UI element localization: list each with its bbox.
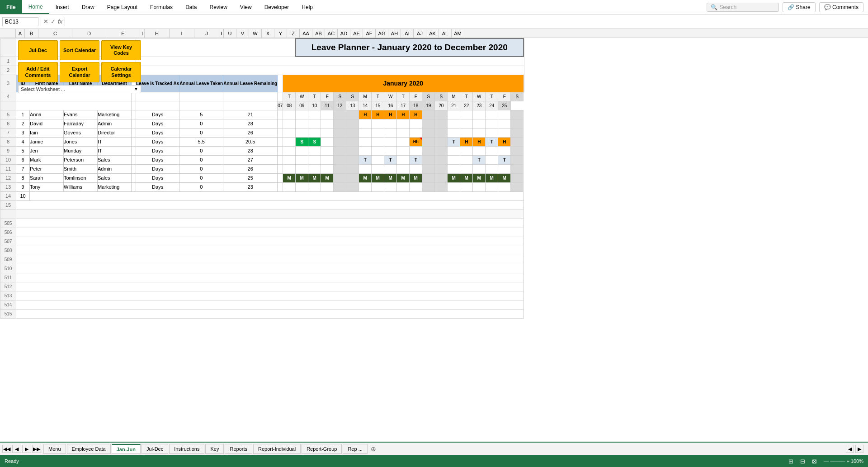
tab-last-button[interactable]: ▶▶	[32, 445, 41, 453]
col-header-w: W	[249, 29, 262, 38]
search-icon: 🔍	[711, 4, 717, 10]
export-calendar-button[interactable]: Export Calendar	[60, 62, 99, 82]
employee-row-4: 8 4 Jamie Jones IT Days 5.5 20.5 S S	[0, 137, 524, 146]
tab-instructions[interactable]: Instructions	[169, 444, 204, 454]
tab-menu[interactable]: Menu	[43, 444, 66, 454]
tab-scroll-left[interactable]: ◀	[846, 445, 854, 453]
help-tab[interactable]: Help	[295, 0, 319, 14]
day-F-17: F	[410, 92, 422, 101]
day-T-07: T	[283, 92, 296, 101]
col-header-ai: AI	[401, 29, 414, 38]
day-S-19: S	[435, 92, 448, 101]
col-header-u: U	[224, 29, 236, 38]
day-S-18: S	[422, 92, 435, 101]
month-header: January 2020	[283, 75, 524, 92]
confirm-icon[interactable]: ✓	[51, 18, 56, 25]
col-header-ab: AB	[312, 29, 325, 38]
data-tab[interactable]: Data	[179, 0, 203, 14]
sort-calendar-button[interactable]: Sort Calendar	[60, 40, 99, 60]
col-header-f: I	[140, 29, 145, 38]
col-header-d: D	[72, 29, 106, 38]
tab-report-individual[interactable]: Report-Individual	[253, 444, 301, 454]
tab-prev-button[interactable]: ◀	[12, 445, 21, 453]
worksheet-dropdown[interactable]: Select Worksheet ... ▼	[18, 85, 141, 93]
jul-dec-button[interactable]: Jul-Dec	[18, 40, 58, 60]
function-icon[interactable]: fx	[58, 18, 62, 25]
add-edit-comments-button[interactable]: Add / Edit Comments	[18, 62, 58, 82]
dropdown-arrow-icon: ▼	[134, 86, 138, 91]
developer-tab[interactable]: Developer	[258, 0, 296, 14]
day-T-21: T	[460, 92, 473, 101]
col-header-j: J	[194, 29, 219, 38]
view-tab[interactable]: View	[234, 0, 258, 14]
page-break-icon: ⊠	[812, 458, 817, 465]
day-W-22: W	[473, 92, 486, 101]
comments-button[interactable]: 💬 Comments	[819, 2, 863, 12]
name-box[interactable]	[2, 17, 38, 26]
tab-jan-jun[interactable]: Jan-Jun	[112, 444, 141, 454]
day-W-15: W	[384, 92, 397, 101]
calendar-settings-button[interactable]: Calendar Settings	[101, 62, 141, 82]
col-header-k: I	[219, 29, 224, 38]
day-M-20: M	[448, 92, 460, 101]
col-header-v: V	[236, 29, 249, 38]
insert-tab[interactable]: Insert	[49, 0, 75, 14]
share-button[interactable]: 🔗 Share	[783, 2, 815, 12]
cancel-icon[interactable]: ✕	[43, 18, 48, 25]
tab-employee-data[interactable]: Employee Data	[67, 444, 111, 454]
tab-rep-more[interactable]: Rep ...	[343, 444, 367, 454]
day-S-25: S	[511, 92, 524, 101]
day-W-08: W	[296, 92, 308, 101]
tab-jul-dec[interactable]: Jul-Dec	[142, 444, 168, 454]
draw-tab[interactable]: Draw	[75, 0, 101, 14]
day-F-10: F	[321, 92, 334, 101]
ready-status: Ready	[5, 458, 19, 464]
col-header-b: B	[25, 29, 38, 38]
view-key-codes-button[interactable]: View Key Codes	[101, 40, 141, 60]
employee-row-3: 7 3 Iain Govens Director Days 0 26	[0, 128, 524, 137]
home-tab[interactable]: Home	[22, 0, 49, 14]
employee-row-9: 13 9 Tony Williams Marketing Days 0 23	[0, 182, 524, 191]
formula-input[interactable]	[67, 18, 866, 26]
taken-header: Annual Leave Taken	[179, 75, 223, 92]
day-T-23: T	[486, 92, 498, 101]
tab-scroll-right[interactable]: ▶	[855, 445, 863, 453]
employee-row-6: 10 6 Mark Peterson Sales Days 0 27	[0, 155, 524, 164]
col-header-ac: AC	[325, 29, 338, 38]
day-T-14: T	[372, 92, 384, 101]
col-header-z: Z	[287, 29, 300, 38]
tab-add-button[interactable]: ⊕	[368, 445, 378, 453]
tab-first-button[interactable]: ◀◀	[2, 445, 11, 453]
tab-key[interactable]: Key	[205, 444, 224, 454]
col-header-a: A	[16, 29, 25, 38]
col-header-aa: AA	[300, 29, 312, 38]
review-tab[interactable]: Review	[203, 0, 233, 14]
tab-next-button[interactable]: ▶	[22, 445, 31, 453]
day-S-12: S	[346, 92, 359, 101]
employee-row-2: 6 2 David Farraday Admin Days 0 28	[0, 119, 524, 128]
page-layout-tab[interactable]: Page Layout	[101, 0, 144, 14]
tab-report-group[interactable]: Report-Group	[302, 444, 342, 454]
col-header-ah: AH	[388, 29, 401, 38]
col-header-am: AM	[452, 29, 464, 38]
employee-row-8: 12 8 Sarah Tomlinson Sales Days 0 25 M M…	[0, 173, 524, 182]
employee-row-7: 11 7 Peter Smith Admin Days 0 26	[0, 164, 524, 173]
col-header-ad: AD	[338, 29, 350, 38]
col-header-x: X	[262, 29, 274, 38]
employee-row-5: 9 5 Jen Munday IT Days 0 28	[0, 146, 524, 155]
tab-reports[interactable]: Reports	[225, 444, 252, 454]
tab-nav-controls: ◀◀ ◀ ▶ ▶▶	[2, 445, 41, 453]
formulas-tab[interactable]: Formulas	[144, 0, 179, 14]
cell-mode-icon: ⊞	[788, 458, 793, 465]
search-box[interactable]: 🔍 Search	[707, 3, 779, 12]
col-header-al: AL	[439, 29, 452, 38]
col-header-h: H	[145, 29, 170, 38]
day-S-11: S	[334, 92, 346, 101]
col-header-ae: AE	[350, 29, 363, 38]
col-header-af: AF	[363, 29, 376, 38]
leave-planner-title: Leave Planner - January 2020 to December…	[296, 38, 524, 57]
col-header-aj: AJ	[414, 29, 426, 38]
day-T-16: T	[397, 92, 410, 101]
remaining-header: Annual Leave Remaining	[223, 75, 278, 92]
file-tab[interactable]: File	[0, 0, 22, 14]
